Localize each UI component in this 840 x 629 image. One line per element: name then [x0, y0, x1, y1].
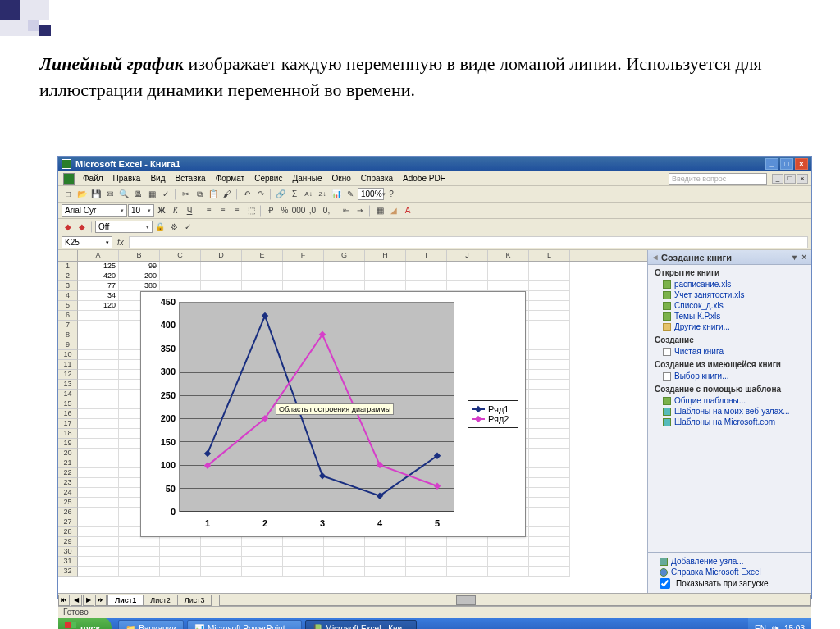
- pdf-icon[interactable]: ◆: [62, 221, 75, 234]
- row-header[interactable]: 13: [58, 380, 78, 390]
- cell[interactable]: [242, 537, 283, 547]
- row-header[interactable]: 23: [58, 478, 78, 488]
- doc-close-button[interactable]: ×: [797, 174, 808, 184]
- cell[interactable]: [324, 537, 365, 547]
- cell[interactable]: [365, 567, 406, 577]
- chart-wizard-icon[interactable]: 📊: [330, 188, 343, 201]
- cell[interactable]: [365, 281, 406, 291]
- cell[interactable]: [488, 537, 529, 547]
- taskpane-back-icon[interactable]: ◂: [653, 252, 658, 262]
- open-icon[interactable]: 📂: [75, 188, 89, 201]
- tp-show-startup[interactable]: Показывать при запуске: [653, 577, 806, 590]
- taskpane-dropdown-icon[interactable]: ▾: [792, 253, 797, 262]
- row-header[interactable]: 8: [58, 330, 78, 340]
- menu-window[interactable]: Окно: [327, 173, 356, 184]
- col-F[interactable]: F: [283, 250, 324, 261]
- cell[interactable]: [529, 360, 570, 370]
- cell[interactable]: 125: [78, 262, 119, 271]
- cell[interactable]: [160, 271, 201, 281]
- cell[interactable]: [283, 547, 324, 557]
- cell[interactable]: [78, 370, 119, 380]
- cell[interactable]: [529, 557, 570, 567]
- doc-control-icon[interactable]: [63, 173, 75, 185]
- cell[interactable]: [78, 409, 119, 419]
- menu-adobe[interactable]: Adobe PDF: [398, 173, 450, 184]
- close-button[interactable]: ×: [795, 158, 808, 170]
- macro-security-box[interactable]: Off▾: [95, 221, 153, 233]
- tp-help[interactable]: Справка Microsoft Excel: [653, 567, 806, 577]
- cell[interactable]: [78, 557, 119, 567]
- cell[interactable]: [529, 281, 570, 291]
- cell[interactable]: [201, 281, 242, 291]
- redo-icon[interactable]: ↷: [254, 188, 267, 201]
- row-header[interactable]: 17: [58, 419, 78, 429]
- cell[interactable]: [529, 478, 570, 488]
- tab-next-icon[interactable]: ▶: [83, 595, 94, 606]
- dec-decimal-icon[interactable]: 0,: [320, 204, 333, 217]
- cell[interactable]: [242, 281, 283, 291]
- cell[interactable]: [201, 271, 242, 281]
- row-header[interactable]: 9: [58, 340, 78, 350]
- start-button[interactable]: пуск: [58, 618, 112, 629]
- name-box[interactable]: K25▾: [62, 236, 112, 248]
- cell[interactable]: [283, 262, 324, 271]
- cell[interactable]: [365, 537, 406, 547]
- cell[interactable]: [529, 567, 570, 577]
- row-header[interactable]: 2: [58, 271, 78, 281]
- tp-show-startup-checkbox[interactable]: [660, 578, 670, 589]
- cell[interactable]: 420: [78, 271, 119, 281]
- fx-icon[interactable]: fx: [117, 238, 124, 247]
- cell[interactable]: [242, 557, 283, 567]
- cell[interactable]: [78, 488, 119, 498]
- row-header[interactable]: 31: [58, 557, 78, 567]
- cell[interactable]: [529, 527, 570, 537]
- cell[interactable]: [119, 547, 160, 557]
- align-right-icon[interactable]: ≡: [231, 204, 244, 217]
- drawing-icon[interactable]: ✎: [344, 188, 357, 201]
- row-header[interactable]: 24: [58, 488, 78, 498]
- cell[interactable]: 34: [78, 291, 119, 301]
- cell[interactable]: 77: [78, 281, 119, 291]
- tp-open-link-0[interactable]: расписание.xls: [648, 279, 811, 289]
- cell[interactable]: [529, 517, 570, 527]
- cell[interactable]: [529, 458, 570, 468]
- row-header[interactable]: 25: [58, 498, 78, 508]
- tp-open-link-1[interactable]: Учет занятости.xls: [648, 289, 811, 300]
- cell[interactable]: [324, 547, 365, 557]
- cell[interactable]: [529, 350, 570, 360]
- taskbar-item-2[interactable]: 📗 Microsoft Excel - Кни...: [305, 620, 417, 629]
- menu-format[interactable]: Формат: [211, 173, 250, 184]
- cell[interactable]: [406, 281, 447, 291]
- row-header[interactable]: 30: [58, 547, 78, 557]
- taskbar-item-1[interactable]: 📊 Microsoft PowerPoint ...: [187, 620, 302, 629]
- cell[interactable]: [78, 439, 119, 449]
- col-C[interactable]: C: [160, 250, 201, 261]
- cell[interactable]: [78, 449, 119, 458]
- tp-open-more[interactable]: Другие книги...: [648, 321, 811, 332]
- preview-icon[interactable]: ▦: [145, 188, 158, 201]
- cell[interactable]: [242, 567, 283, 577]
- row-header[interactable]: 22: [58, 468, 78, 478]
- zoom-box[interactable]: 100%▾: [358, 188, 384, 200]
- row-header[interactable]: 10: [58, 350, 78, 360]
- cell[interactable]: [488, 557, 529, 567]
- minimize-button[interactable]: _: [765, 158, 778, 170]
- cell[interactable]: [447, 567, 488, 577]
- dec-indent-icon[interactable]: ⇤: [340, 204, 353, 217]
- cell[interactable]: [529, 468, 570, 478]
- italic-icon[interactable]: К: [169, 204, 182, 217]
- mail-icon[interactable]: ✉: [103, 188, 116, 201]
- col-D[interactable]: D: [201, 250, 242, 261]
- col-L[interactable]: L: [529, 250, 570, 261]
- cell[interactable]: [78, 517, 119, 527]
- col-E[interactable]: E: [242, 250, 283, 261]
- row-header[interactable]: 26: [58, 508, 78, 517]
- legend-series-1[interactable]: Ряд1: [472, 404, 514, 414]
- cell[interactable]: [529, 488, 570, 498]
- cell[interactable]: [78, 508, 119, 517]
- cell[interactable]: [529, 330, 570, 340]
- cell[interactable]: [283, 271, 324, 281]
- menu-insert[interactable]: Вставка: [170, 173, 210, 184]
- cell[interactable]: [529, 419, 570, 429]
- col-B[interactable]: B: [119, 250, 160, 261]
